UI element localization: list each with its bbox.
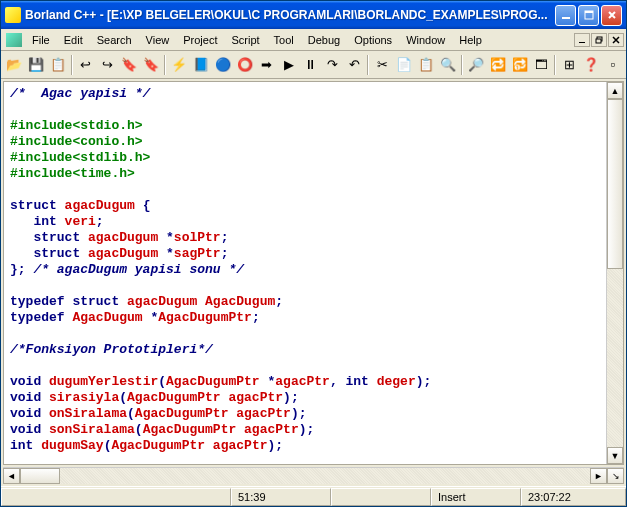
toolbar: 📂💾📋↩↪🔖🔖⚡📘🔵⭕➡▶⏸↷↶✂📄📋🔍🔎🔁🔂🗔⊞❓▫ xyxy=(1,51,626,79)
menu-view[interactable]: View xyxy=(139,32,177,48)
cut-icon[interactable]: 📄 xyxy=(393,54,415,76)
menu-help[interactable]: Help xyxy=(452,32,489,48)
horizontal-scrollbar[interactable]: ◄ ► ↘ xyxy=(3,467,624,484)
vertical-scrollbar[interactable]: ▲ ▼ xyxy=(606,82,623,464)
save-file-icon[interactable]: 💾 xyxy=(25,54,47,76)
window-title: Borland C++ - [E:\XP BELGELER\OKUL\C PRO… xyxy=(25,8,555,22)
jump-back-icon[interactable]: ↩ xyxy=(75,54,97,76)
run-icon[interactable]: ➡ xyxy=(256,54,278,76)
svg-rect-5 xyxy=(596,39,601,43)
app-icon xyxy=(5,7,21,23)
jump-fwd-icon[interactable]: ↪ xyxy=(97,54,119,76)
mdi-controls xyxy=(574,33,624,47)
stop-icon[interactable]: ⭕ xyxy=(234,54,256,76)
new-win-icon[interactable]: ⊞ xyxy=(558,54,580,76)
step-over-icon[interactable]: ↷ xyxy=(321,54,343,76)
code-line: int dugumSay(AgacDugumPtr agacPtr); xyxy=(10,438,600,454)
code-line: struct agacDugum *solPtr; xyxy=(10,230,600,246)
code-editor[interactable]: /* Agac yapisi */ #include<stdio.h>#incl… xyxy=(4,82,606,464)
replace-icon[interactable]: 🔂 xyxy=(509,54,531,76)
scroll-track-v[interactable] xyxy=(607,99,623,447)
cascade-icon[interactable]: ❓ xyxy=(580,54,602,76)
code-line: void dugumYerlestir(AgacDugumPtr *agacPt… xyxy=(10,374,600,390)
replace-next-icon[interactable]: 🗔 xyxy=(530,54,552,76)
mdi-close-button[interactable] xyxy=(608,33,624,47)
status-cursor: 51:39 xyxy=(231,488,331,506)
code-line: int veri; xyxy=(10,214,600,230)
maximize-button[interactable] xyxy=(578,5,599,26)
mdi-restore-button[interactable] xyxy=(591,33,607,47)
code-line: /* Agac yapisi */ xyxy=(10,86,600,102)
code-line: struct agacDugum { xyxy=(10,198,600,214)
code-line: /*Fonksiyon Prototipleri*/ xyxy=(10,342,600,358)
bookmark1-icon[interactable]: 🔖 xyxy=(118,54,140,76)
code-line xyxy=(10,182,600,198)
code-line: void sonSiralama(AgacDugumPtr agacPtr); xyxy=(10,422,600,438)
code-line: #include<stdlib.h> xyxy=(10,150,600,166)
window-controls xyxy=(555,5,622,26)
make-icon[interactable]: 📘 xyxy=(190,54,212,76)
mdi-minimize-button[interactable] xyxy=(574,33,590,47)
open-file-icon[interactable]: 📂 xyxy=(3,54,25,76)
scroll-up-button[interactable]: ▲ xyxy=(607,82,623,99)
find-next-icon[interactable]: 🔁 xyxy=(487,54,509,76)
save-all-icon[interactable]: 📋 xyxy=(47,54,69,76)
scroll-right-button[interactable]: ► xyxy=(590,468,607,484)
help-icon[interactable]: ▫ xyxy=(602,54,624,76)
status-mode: Insert xyxy=(431,488,521,506)
scroll-thumb-v[interactable] xyxy=(607,99,623,269)
copy-icon[interactable]: 📋 xyxy=(415,54,437,76)
code-line: #include<conio.h> xyxy=(10,134,600,150)
code-line xyxy=(10,102,600,118)
code-line xyxy=(10,326,600,342)
svg-rect-3 xyxy=(579,42,585,43)
menu-debug[interactable]: Debug xyxy=(301,32,347,48)
scroll-extra-button[interactable]: ↘ xyxy=(607,468,624,484)
menu-project[interactable]: Project xyxy=(176,32,224,48)
paste-icon[interactable]: 🔍 xyxy=(437,54,459,76)
debug-icon[interactable]: ▶ xyxy=(278,54,300,76)
svg-rect-2 xyxy=(585,11,593,13)
svg-rect-0 xyxy=(562,17,570,19)
menu-window[interactable]: Window xyxy=(399,32,452,48)
menu-options[interactable]: Options xyxy=(347,32,399,48)
step-into-icon[interactable]: ↶ xyxy=(343,54,365,76)
scroll-thumb-h[interactable] xyxy=(20,468,60,484)
code-line: #include<time.h> xyxy=(10,166,600,182)
code-line: typedef AgacDugum *AgacDugumPtr; xyxy=(10,310,600,326)
scroll-track-h[interactable] xyxy=(20,468,590,484)
minimize-button[interactable] xyxy=(555,5,576,26)
undo-icon[interactable]: ✂ xyxy=(371,54,393,76)
menu-script[interactable]: Script xyxy=(224,32,266,48)
menu-tool[interactable]: Tool xyxy=(267,32,301,48)
scroll-down-button[interactable]: ▼ xyxy=(607,447,623,464)
menu-search[interactable]: Search xyxy=(90,32,139,48)
code-line xyxy=(10,358,600,374)
menu-file[interactable]: File xyxy=(25,32,57,48)
code-line: void sirasiyla(AgacDugumPtr agacPtr); xyxy=(10,390,600,406)
build-icon[interactable]: 🔵 xyxy=(212,54,234,76)
code-line: void onSiralama(AgacDugumPtr agacPtr); xyxy=(10,406,600,422)
menu-edit[interactable]: Edit xyxy=(57,32,90,48)
document-icon xyxy=(6,33,22,47)
app-window: Borland C++ - [E:\XP BELGELER\OKUL\C PRO… xyxy=(0,0,627,507)
status-time: 23:07:22 xyxy=(521,488,626,506)
pause-icon[interactable]: ⏸ xyxy=(300,54,322,76)
bookmark2-icon[interactable]: 🔖 xyxy=(140,54,162,76)
close-button[interactable] xyxy=(601,5,622,26)
scroll-left-button[interactable]: ◄ xyxy=(3,468,20,484)
titlebar[interactable]: Borland C++ - [E:\XP BELGELER\OKUL\C PRO… xyxy=(1,1,626,29)
code-line: typedef struct agacDugum AgacDugum; xyxy=(10,294,600,310)
code-line: struct agacDugum *sagPtr; xyxy=(10,246,600,262)
editor-area: /* Agac yapisi */ #include<stdio.h>#incl… xyxy=(3,81,624,465)
menubar: FileEditSearchViewProjectScriptToolDebug… xyxy=(1,29,626,51)
code-line: #include<stdio.h> xyxy=(10,118,600,134)
find-icon[interactable]: 🔎 xyxy=(465,54,487,76)
statusbar: 51:39 Insert 23:07:22 xyxy=(1,486,626,506)
status-message xyxy=(1,488,231,506)
status-modified xyxy=(331,488,431,506)
compile-icon[interactable]: ⚡ xyxy=(168,54,190,76)
code-line: }; /* agacDugum yapisi sonu */ xyxy=(10,262,600,278)
code-line xyxy=(10,278,600,294)
